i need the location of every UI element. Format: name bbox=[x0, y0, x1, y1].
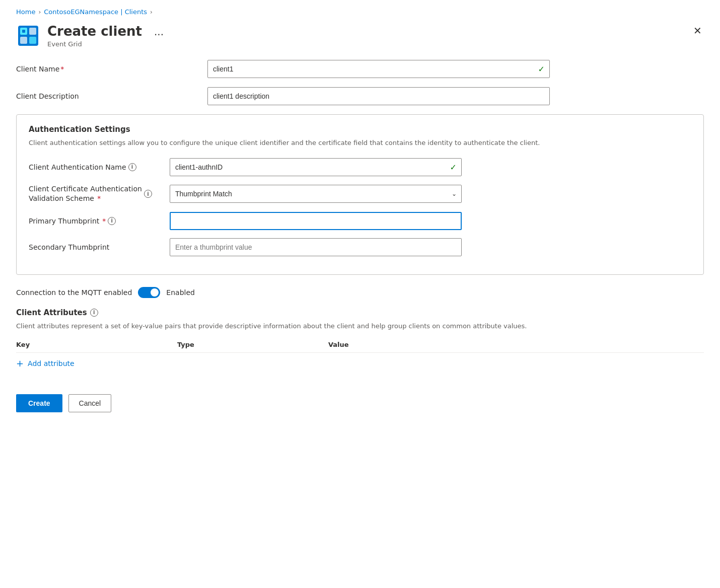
client-name-check-icon: ✓ bbox=[538, 64, 545, 74]
cert-scheme-row: Client Certificate Authentication Valida… bbox=[29, 184, 691, 204]
mqtt-row: Connection to the MQTT enabled Enabled bbox=[16, 287, 704, 298]
form-footer: Create Cancel bbox=[16, 386, 704, 412]
primary-thumbprint-info-icon[interactable]: i bbox=[108, 217, 116, 225]
svg-rect-5 bbox=[22, 30, 25, 33]
client-name-input[interactable] bbox=[207, 60, 550, 78]
auth-settings-box: Authentication Settings Client authentic… bbox=[16, 114, 704, 275]
client-desc-control bbox=[207, 87, 550, 105]
cert-scheme-label: Client Certificate Authentication Valida… bbox=[29, 184, 170, 204]
auth-name-info-icon[interactable]: i bbox=[128, 163, 136, 171]
mqtt-label: Connection to the MQTT enabled bbox=[16, 288, 132, 297]
auth-name-control: ✓ bbox=[170, 158, 462, 176]
client-attributes-desc: Client attributes represent a set of key… bbox=[16, 321, 704, 331]
client-attributes-info-icon[interactable]: i bbox=[90, 309, 98, 317]
client-attributes-title: Client Attributes i bbox=[16, 308, 704, 317]
app-icon bbox=[16, 24, 40, 48]
cert-scheme-select[interactable]: Thumbprint Match Subject Matches Authent… bbox=[170, 185, 462, 203]
add-icon: + bbox=[16, 359, 24, 368]
auth-name-label: Client Authentication Name i bbox=[29, 163, 170, 171]
client-name-required: * bbox=[60, 65, 64, 73]
primary-thumbprint-control bbox=[170, 212, 462, 230]
attributes-table-header: Key Type Value bbox=[16, 341, 704, 353]
secondary-thumbprint-label: Secondary Thumbprint bbox=[29, 243, 170, 251]
auth-name-input[interactable] bbox=[170, 158, 462, 176]
svg-rect-3 bbox=[20, 37, 27, 44]
primary-thumbprint-input[interactable] bbox=[170, 212, 462, 230]
svg-rect-4 bbox=[29, 37, 36, 44]
client-desc-label: Client Description bbox=[16, 92, 207, 100]
secondary-thumbprint-control bbox=[170, 238, 462, 256]
client-desc-row: Client Description bbox=[16, 87, 704, 105]
auth-settings-desc: Client authentication settings allow you… bbox=[29, 138, 691, 148]
page-title: Create client bbox=[47, 24, 142, 39]
mqtt-toggle[interactable] bbox=[138, 287, 160, 298]
breadcrumb-namespace[interactable]: ContosoEGNamespace | Clients bbox=[44, 8, 147, 16]
breadcrumb-sep-2: › bbox=[150, 9, 153, 16]
breadcrumb: Home › ContosoEGNamespace | Clients › bbox=[16, 8, 704, 16]
client-attributes-section: Client Attributes i Client attributes re… bbox=[16, 308, 704, 371]
mqtt-status: Enabled bbox=[166, 288, 195, 297]
primary-thumbprint-label: Primary Thumbprint * i bbox=[29, 217, 170, 225]
more-options-button[interactable]: ... bbox=[154, 26, 164, 38]
add-attribute-label: Add attribute bbox=[28, 359, 75, 368]
breadcrumb-sep-1: › bbox=[38, 9, 41, 16]
svg-rect-2 bbox=[29, 28, 36, 35]
create-button[interactable]: Create bbox=[16, 394, 62, 412]
page-header: Create client ... Event Grid ✕ bbox=[16, 24, 704, 48]
secondary-thumbprint-row: Secondary Thumbprint bbox=[29, 238, 691, 256]
close-button[interactable]: ✕ bbox=[691, 24, 704, 38]
cert-scheme-info-icon[interactable]: i bbox=[144, 190, 152, 198]
client-name-control: ✓ bbox=[207, 60, 550, 78]
col-key-header: Key bbox=[16, 341, 177, 348]
auth-name-row: Client Authentication Name i ✓ bbox=[29, 158, 691, 176]
primary-thumbprint-required: * bbox=[102, 217, 106, 225]
secondary-thumbprint-input[interactable] bbox=[170, 238, 462, 256]
cert-scheme-required: * bbox=[97, 194, 101, 202]
primary-thumbprint-row: Primary Thumbprint * i bbox=[29, 212, 691, 230]
auth-name-check-icon: ✓ bbox=[450, 162, 457, 172]
page-subtitle: Event Grid bbox=[47, 40, 164, 48]
cert-scheme-control: Thumbprint Match Subject Matches Authent… bbox=[170, 185, 462, 203]
auth-settings-title: Authentication Settings bbox=[29, 125, 691, 134]
col-type-header: Type bbox=[177, 341, 328, 348]
cancel-button[interactable]: Cancel bbox=[68, 394, 112, 412]
client-desc-input[interactable] bbox=[207, 87, 550, 105]
breadcrumb-home[interactable]: Home bbox=[16, 8, 35, 16]
col-value-header: Value bbox=[328, 341, 704, 348]
client-name-label: Client Name* bbox=[16, 65, 207, 73]
add-attribute-button[interactable]: + Add attribute bbox=[16, 357, 704, 370]
header-text: Create client ... Event Grid bbox=[47, 24, 164, 48]
client-name-row: Client Name* ✓ bbox=[16, 60, 704, 78]
header-left: Create client ... Event Grid bbox=[16, 24, 164, 48]
